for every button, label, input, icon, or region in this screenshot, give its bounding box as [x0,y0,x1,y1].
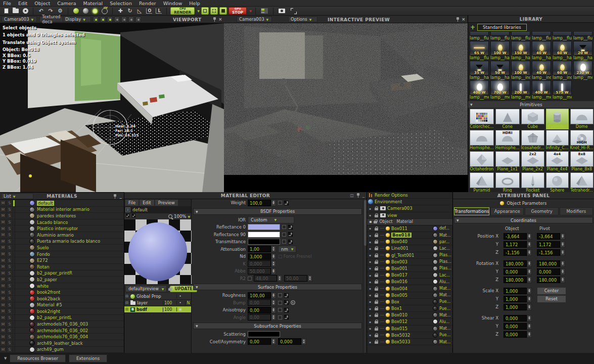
tree-object-row[interactable]: ▪Box1Pue... [367,305,452,312]
materials-pin-icon[interactable] [113,194,117,199]
visibility-dot[interactable]: ▪ [368,327,372,330]
material-m-toggle[interactable]: M [0,264,7,269]
material-preview-image[interactable] [124,219,192,284]
primitive-thumbnail-ring[interactable] [495,172,520,188]
material-m-toggle[interactable]: M [0,252,7,256]
scale-tool-button[interactable]: ◺ [135,8,144,15]
tree-object-row[interactable]: ▪Box015Mat... [367,326,452,332]
primitive-thumbnail-cube[interactable] [521,109,544,124]
lock-cell[interactable] [374,246,379,250]
value-spinner[interactable]: 48,00▲▼ [254,275,282,282]
material-m-toggle[interactable]: M [0,303,7,307]
lamp-thumbnail[interactable]: 60 W [553,41,572,56]
lock-cell[interactable] [374,266,379,270]
display-mode-icon[interactable] [114,17,120,22]
visibility-dot[interactable]: ▪ [368,274,372,277]
tree-environment[interactable]: Environment [367,199,452,205]
preferences-button[interactable]: ⚙ [56,8,64,15]
spinner-arrows[interactable]: ▲▼ [271,292,276,299]
spinner-arrows[interactable]: ▲▼ [527,277,532,283]
material-editor-menu-file[interactable]: File [125,200,139,206]
material-m-toggle[interactable]: M [0,245,7,250]
viewport-camera-select[interactable]: Camera003▼ [2,16,37,22]
spinner-value[interactable]: 0,000 [504,323,527,330]
primitive-thumbnail-cylinder[interactable] [546,109,569,124]
object-value-spinner[interactable]: 1,000▲▼ [504,288,532,294]
spinner-arrows[interactable]: ▲▼ [560,241,565,248]
lamp-thumbnail[interactable]: 200 W [511,80,530,95]
spinner-value[interactable]: -1,156 [537,249,560,256]
tree-camera-row[interactable]: ▪view [367,212,452,219]
material-m-toggle[interactable]: M [0,284,7,288]
texture-checkbox[interactable] [278,308,282,312]
primitive-thumbnail-plane3d[interactable] [546,130,569,146]
material-s-toggle[interactable]: S [7,233,13,237]
reset-button[interactable]: Reset [537,295,566,303]
object-value-spinner[interactable]: 1,000▲▼ [504,296,532,302]
spinner-arrows[interactable]: ▲▼ [527,296,532,302]
value-spinner-2[interactable]: 0,000▲▼ [278,338,306,345]
preview-pin-icon[interactable] [456,17,460,22]
spinner-value[interactable]: 1,000 [504,288,527,294]
texture-slot-icon[interactable] [288,232,293,237]
primitive-thumbnail-sphere[interactable] [546,172,569,188]
material-m-toggle[interactable]: M [0,201,7,205]
display-mode-icon[interactable] [100,17,106,22]
material-m-toggle[interactable]: M [0,296,7,301]
material-list-item[interactable]: MSbook2right [0,308,124,315]
tree-object-row[interactable]: ▪Box010Mat... [367,312,452,318]
spinner-value[interactable]: 0,000 [278,338,301,345]
spinner-value[interactable]: 180,000 [504,277,527,283]
spinner-arrows[interactable]: ▲▼ [527,233,532,240]
spinner-value[interactable]: 0,00 [248,338,271,345]
value-spinner[interactable]: 3,000▲▼ [248,253,276,260]
lock-cell[interactable] [374,206,379,210]
spinner-arrows[interactable]: ▲▼ [271,314,276,321]
material-s-toggle[interactable]: S [7,213,13,218]
material-s-toggle[interactable]: S [7,303,13,307]
weight-spinner[interactable]: 100,0▲▼ [248,200,276,206]
section-header-surface-properties[interactable]: ▼Surface Properties [193,284,362,290]
render-blowup-button[interactable] [210,7,218,15]
lamp-thumbnail-cut[interactable] [470,32,489,36]
value-spinner[interactable]: 0,00▲▼ [248,314,276,321]
spinner-arrows[interactable]: ▲▼ [271,260,276,267]
unit-select[interactable]: nm▼ [278,246,296,253]
spinner-arrows[interactable]: ▲▼ [527,268,532,275]
material-list-item[interactable]: MSarchmodels76_036_003 [0,321,124,328]
pivot-value-spinner[interactable]: 180,000▲▼ [537,260,565,267]
viewport-close-icon[interactable]: × [218,17,222,22]
visibility-dot[interactable]: ▪ [368,247,372,250]
lamp-thumbnail-cut[interactable] [553,32,572,36]
lamp-thumbnail[interactable]: 230 W [573,61,592,75]
color-swatch[interactable] [248,331,280,337]
lock-cell[interactable] [374,233,379,237]
interactive-preview-viewport[interactable] [224,23,468,192]
viewport-display-select[interactable]: Display▼ [63,16,91,22]
primitive-thumbnail-plane[interactable]: 4x4 [546,151,569,167]
primitive-thumbnail-dome[interactable] [570,109,593,124]
lock-cell[interactable] [374,287,379,291]
visibility-dot[interactable]: ▪ [368,240,372,244]
primitive-thumbnail-knot[interactable]: HIGH [570,130,593,146]
material-m-toggle[interactable]: M [0,207,7,212]
material-m-toggle[interactable]: M [0,213,7,218]
spinner-value[interactable]: 100,0 [248,200,271,206]
zoom-dropdown-arrow[interactable]: ▼ [188,215,190,218]
material-list-item[interactable]: MSarch49_gum [0,347,124,353]
visibility-dot[interactable]: ▪ [368,340,372,344]
spinner-arrows[interactable]: ▲▼ [301,338,306,345]
lock-cell[interactable] [374,273,379,277]
lock-cell[interactable] [374,253,379,257]
object-value-spinner[interactable]: 0,000▲▼ [504,315,532,322]
menu-render[interactable]: Render [139,1,156,6]
visibility-dot[interactable]: ▪ [368,287,372,290]
spinner-value[interactable]: 100,00 [248,292,271,299]
spinner-arrows[interactable]: ▲▼ [271,253,276,260]
spinner-arrows[interactable]: ▲▼ [271,338,276,345]
pivot-value-spinner[interactable]: 1,172▲▼ [537,241,565,248]
tree-object-row[interactable]: ▪BoxPue... [367,299,452,305]
primitive-thumbnail-colorchecker[interactable] [470,109,494,124]
visibility-dot[interactable]: ▪ [368,307,372,310]
spinner-value[interactable]: 3,000 [248,253,271,260]
